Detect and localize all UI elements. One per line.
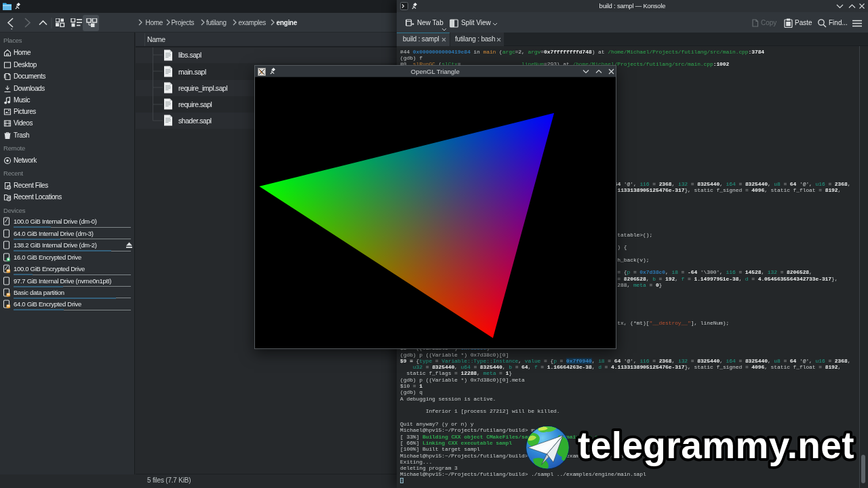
- svg-text:telegrammy.net: telegrammy.net: [578, 424, 854, 466]
